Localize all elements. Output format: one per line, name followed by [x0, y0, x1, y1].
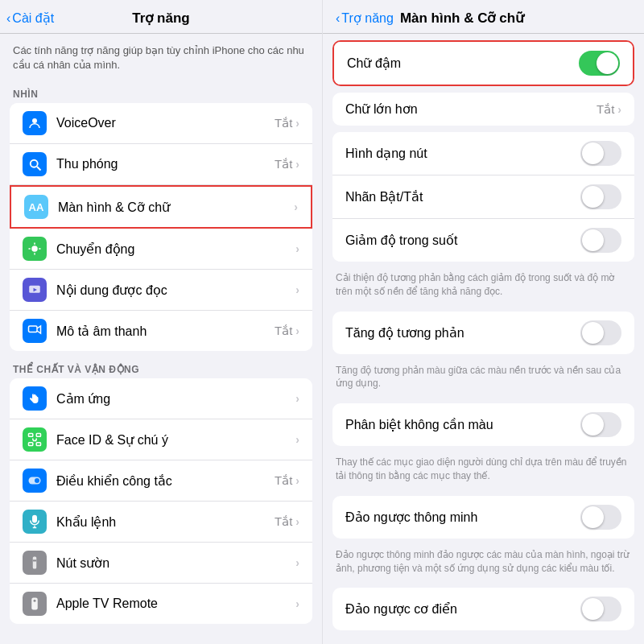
toggle-knob-smart: [582, 506, 604, 528]
vision-group: VoiceOver Tắt › Thu phóng Tắt › AA Màn h…: [10, 103, 312, 351]
group-differentiate: Phân biệt không cần màu: [332, 403, 634, 446]
appletv-icon: [23, 592, 47, 616]
appletv-label: Apple TV Remote: [56, 597, 295, 611]
audiodesc-label: Mô tả âm thanh: [56, 324, 275, 339]
row-faceid[interactable]: Face ID & Sự chú ý ›: [10, 419, 312, 460]
right-chevron-left-icon: ‹: [336, 11, 340, 26]
audiodesc-icon: [23, 319, 47, 343]
toggle-knob-btn: [582, 142, 604, 164]
faceid-icon: [23, 427, 47, 452]
differentiate-colors-toggle[interactable]: [580, 412, 621, 437]
bold-text-toggle[interactable]: [579, 51, 620, 76]
group-bold: Chữ đậm: [332, 40, 634, 86]
voice-icon: [23, 510, 47, 534]
row-button-shapes[interactable]: Hình dạng nút: [332, 132, 634, 175]
right-scroll-content: Chữ đậm Chữ lớn hơn Tắt › Hình dạng nút: [323, 34, 644, 644]
row-appletv[interactable]: Apple TV Remote ›: [10, 584, 312, 624]
voice-value: Tắt: [275, 514, 292, 529]
section-vision-label: NHÌN: [0, 82, 322, 103]
toggle-knob-classic: [582, 598, 604, 620]
row-increase-contrast[interactable]: Tăng độ tương phản: [332, 312, 634, 354]
increase-contrast-toggle[interactable]: [580, 320, 621, 345]
physical-group: Cảm ứng › Face ID & Sự chú ý › Điều khiể…: [10, 378, 312, 624]
increase-contrast-label: Tăng độ tương phản: [345, 325, 580, 341]
audiodesc-value: Tắt: [275, 324, 292, 338]
button-shapes-label: Hình dạng nút: [345, 146, 580, 161]
chevron-left-icon: ‹: [6, 11, 10, 26]
classic-invert-toggle[interactable]: [580, 597, 621, 621]
row-audiodesc[interactable]: Mô tả âm thanh Tắt ›: [10, 311, 312, 351]
section-physical-label: THỂ CHẤT VÀ VẬN ĐỘNG: [0, 357, 322, 378]
bold-text-label: Chữ đậm: [347, 56, 579, 71]
row-display[interactable]: AA Màn hình & Cỡ chữ ›: [10, 185, 312, 229]
group-display-options: Hình dạng nút Nhãn Bật/Tắt Giảm độ trong…: [332, 132, 634, 262]
left-back-button[interactable]: ‹ Cài đặt: [6, 10, 54, 26]
row-touch[interactable]: Cảm ứng ›: [10, 378, 312, 419]
classic-invert-label: Đảo ngược cơ điển: [345, 601, 580, 617]
row-on-off-labels[interactable]: Nhãn Bật/Tắt: [332, 175, 634, 219]
on-off-labels-toggle[interactable]: [580, 184, 621, 209]
switch-value: Tắt: [275, 473, 292, 488]
row-classic-invert[interactable]: Đảo ngược cơ điển: [332, 588, 634, 630]
group-larger: Chữ lớn hơn Tắt ›: [332, 93, 634, 126]
voiceover-icon: [23, 111, 47, 135]
row-zoom[interactable]: Thu phóng Tắt ›: [10, 144, 312, 185]
intro-text: Các tính năng trợ năng giúp bạn tùy chỉn…: [0, 34, 322, 82]
side-label: Nút sườn: [56, 555, 295, 571]
spoken-label: Nội dung được đọc: [56, 283, 295, 298]
row-side[interactable]: Nút sườn ›: [10, 543, 312, 584]
faceid-chevron: ›: [295, 433, 299, 446]
svg-point-3: [31, 246, 38, 253]
row-spoken[interactable]: Nội dung được đọc ›: [10, 270, 312, 311]
larger-text-chevron: ›: [617, 103, 621, 116]
motion-icon: [23, 237, 47, 261]
right-panel: ‹ Trợ năng Màn hình & Cỡ chữ Chữ đậm Chữ…: [322, 0, 644, 644]
toggle-knob: [597, 52, 618, 74]
svg-rect-15: [33, 560, 37, 562]
switch-label: Điều khiển công tắc: [56, 473, 275, 489]
svg-rect-17: [34, 600, 36, 602]
svg-rect-10: [36, 443, 40, 446]
svg-line-2: [37, 167, 41, 171]
row-bold-text[interactable]: Chữ đậm: [334, 42, 633, 85]
row-larger-text[interactable]: Chữ lớn hơn Tắt ›: [332, 93, 634, 126]
reduce-transparency-toggle[interactable]: [580, 228, 621, 253]
svg-rect-13: [33, 516, 37, 522]
row-differentiate-colors[interactable]: Phân biệt không cần màu: [332, 403, 634, 446]
appletv-chevron: ›: [295, 597, 299, 610]
left-panel: ‹ Cài đặt Trợ năng Các tính năng trợ năn…: [0, 0, 322, 644]
display-label: Màn hình & Cỡ chữ: [58, 200, 294, 215]
svg-rect-8: [36, 434, 40, 437]
row-smart-invert[interactable]: Đảo ngược thông minh: [332, 496, 634, 539]
right-back-button[interactable]: ‹ Trợ năng: [336, 10, 394, 26]
row-voice[interactable]: Khẩu lệnh Tắt ›: [10, 502, 312, 543]
zoom-label: Thu phóng: [56, 157, 275, 171]
row-reduce-transparency[interactable]: Giảm độ trong suốt: [332, 219, 634, 262]
right-back-label: Trợ năng: [341, 10, 394, 26]
faceid-label: Face ID & Sự chú ý: [56, 432, 295, 448]
on-off-labels-label: Nhãn Bật/Tắt: [345, 189, 580, 204]
row-motion[interactable]: Chuyển động ›: [10, 229, 312, 270]
toggle-knob-reduce: [582, 229, 604, 251]
touch-chevron: ›: [295, 392, 299, 405]
button-shapes-toggle[interactable]: [580, 141, 621, 166]
spoken-chevron: ›: [295, 283, 299, 296]
group-classic-invert: Đảo ngược cơ điển: [332, 588, 634, 630]
toggle-knob-contrast: [582, 322, 604, 344]
smart-invert-toggle[interactable]: [580, 505, 621, 530]
row-voiceover[interactable]: VoiceOver Tắt ›: [10, 103, 312, 144]
right-nav-title: Màn hình & Cỡ chữ: [400, 10, 524, 27]
toggle-knob-onoff: [582, 186, 604, 208]
svg-rect-6: [29, 326, 38, 332]
increase-contrast-desc: Tăng độ tương phản màu giữa các màu nền …: [323, 361, 644, 398]
smart-invert-desc: Đảo ngược thông minh đảo ngược các màu c…: [323, 545, 644, 582]
svg-point-0: [32, 118, 37, 123]
row-switch[interactable]: Điều khiển công tắc Tắt ›: [10, 460, 312, 502]
touch-icon: [23, 386, 47, 411]
touch-label: Cảm ứng: [56, 391, 295, 407]
reduce-transparency-label: Giảm độ trong suốt: [345, 233, 580, 248]
zoom-value: Tắt: [275, 157, 292, 171]
svg-point-1: [31, 160, 38, 167]
larger-text-label: Chữ lớn hơn: [345, 101, 597, 117]
audiodesc-chevron: ›: [295, 324, 299, 337]
